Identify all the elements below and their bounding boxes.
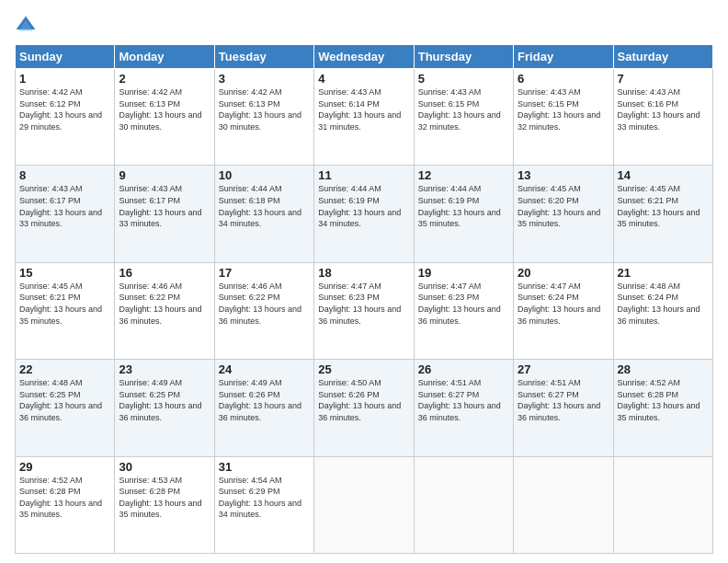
day-cell: 23Sunrise: 4:49 AMSunset: 6:25 PMDayligh… (115, 360, 214, 456)
day-info: Sunrise: 4:43 AMSunset: 6:15 PMDaylight:… (418, 86, 509, 132)
day-info: Sunrise: 4:49 AMSunset: 6:26 PMDaylight:… (219, 377, 310, 423)
day-number: 11 (318, 168, 409, 182)
col-header-sunday: Sunday (16, 45, 115, 69)
day-number: 18 (318, 266, 409, 280)
day-info: Sunrise: 4:50 AMSunset: 6:26 PMDaylight:… (318, 377, 409, 423)
header-row: SundayMondayTuesdayWednesdayThursdayFrid… (16, 45, 713, 69)
day-cell: 11Sunrise: 4:44 AMSunset: 6:19 PMDayligh… (314, 166, 414, 262)
day-cell: 2Sunrise: 4:42 AMSunset: 6:13 PMDaylight… (115, 69, 214, 166)
day-number: 25 (318, 362, 409, 376)
day-cell (414, 456, 513, 553)
header (15, 15, 713, 37)
day-number: 5 (418, 72, 509, 86)
day-cell (514, 456, 613, 553)
day-number: 26 (418, 362, 509, 376)
day-info: Sunrise: 4:43 AMSunset: 6:15 PMDaylight:… (518, 86, 609, 132)
day-number: 2 (119, 72, 210, 86)
week-row-5: 29Sunrise: 4:52 AMSunset: 6:28 PMDayligh… (16, 456, 713, 553)
day-info: Sunrise: 4:47 AMSunset: 6:24 PMDaylight:… (518, 281, 609, 327)
col-header-tuesday: Tuesday (214, 45, 313, 69)
day-number: 10 (219, 168, 310, 182)
day-number: 23 (119, 362, 210, 376)
day-info: Sunrise: 4:42 AMSunset: 6:13 PMDaylight:… (119, 86, 210, 132)
day-cell: 20Sunrise: 4:47 AMSunset: 6:24 PMDayligh… (514, 262, 613, 359)
day-cell: 14Sunrise: 4:45 AMSunset: 6:21 PMDayligh… (613, 166, 712, 262)
day-number: 9 (119, 168, 210, 182)
day-number: 12 (418, 168, 509, 182)
day-number: 21 (618, 266, 709, 280)
day-info: Sunrise: 4:46 AMSunset: 6:22 PMDaylight:… (219, 281, 310, 327)
day-info: Sunrise: 4:47 AMSunset: 6:23 PMDaylight:… (418, 281, 509, 327)
day-cell: 22Sunrise: 4:48 AMSunset: 6:25 PMDayligh… (16, 360, 115, 456)
day-cell: 31Sunrise: 4:54 AMSunset: 6:29 PMDayligh… (214, 456, 313, 553)
day-cell (314, 456, 414, 553)
day-number: 19 (418, 266, 509, 280)
day-info: Sunrise: 4:52 AMSunset: 6:28 PMDaylight:… (19, 475, 110, 521)
day-number: 14 (618, 168, 709, 182)
week-row-1: 1Sunrise: 4:42 AMSunset: 6:12 PMDaylight… (16, 69, 713, 166)
day-number: 15 (19, 266, 110, 280)
day-cell: 10Sunrise: 4:44 AMSunset: 6:18 PMDayligh… (214, 166, 313, 262)
day-number: 7 (618, 72, 709, 86)
day-info: Sunrise: 4:49 AMSunset: 6:25 PMDaylight:… (119, 377, 210, 423)
day-info: Sunrise: 4:42 AMSunset: 6:12 PMDaylight:… (19, 86, 110, 132)
day-number: 28 (618, 362, 709, 376)
day-cell: 30Sunrise: 4:53 AMSunset: 6:28 PMDayligh… (115, 456, 214, 553)
col-header-thursday: Thursday (414, 45, 513, 69)
day-info: Sunrise: 4:44 AMSunset: 6:19 PMDaylight:… (418, 183, 509, 229)
day-cell: 16Sunrise: 4:46 AMSunset: 6:22 PMDayligh… (115, 262, 214, 359)
week-row-3: 15Sunrise: 4:45 AMSunset: 6:21 PMDayligh… (16, 262, 713, 359)
day-number: 17 (219, 266, 310, 280)
day-info: Sunrise: 4:42 AMSunset: 6:13 PMDaylight:… (219, 86, 310, 132)
day-info: Sunrise: 4:53 AMSunset: 6:28 PMDaylight:… (119, 475, 210, 521)
col-header-wednesday: Wednesday (314, 45, 414, 69)
day-cell: 5Sunrise: 4:43 AMSunset: 6:15 PMDaylight… (414, 69, 513, 166)
day-cell: 26Sunrise: 4:51 AMSunset: 6:27 PMDayligh… (414, 360, 513, 456)
day-info: Sunrise: 4:43 AMSunset: 6:16 PMDaylight:… (618, 86, 709, 132)
day-cell: 17Sunrise: 4:46 AMSunset: 6:22 PMDayligh… (214, 262, 313, 359)
day-info: Sunrise: 4:43 AMSunset: 6:17 PMDaylight:… (19, 183, 110, 229)
day-number: 1 (19, 72, 110, 86)
week-row-2: 8Sunrise: 4:43 AMSunset: 6:17 PMDaylight… (16, 166, 713, 262)
day-number: 3 (219, 72, 310, 86)
logo (15, 15, 40, 37)
day-info: Sunrise: 4:54 AMSunset: 6:29 PMDaylight:… (219, 475, 310, 521)
day-info: Sunrise: 4:46 AMSunset: 6:22 PMDaylight:… (119, 281, 210, 327)
day-cell: 12Sunrise: 4:44 AMSunset: 6:19 PMDayligh… (414, 166, 513, 262)
col-header-monday: Monday (115, 45, 214, 69)
day-cell: 19Sunrise: 4:47 AMSunset: 6:23 PMDayligh… (414, 262, 513, 359)
day-info: Sunrise: 4:47 AMSunset: 6:23 PMDaylight:… (318, 281, 409, 327)
day-cell: 27Sunrise: 4:51 AMSunset: 6:27 PMDayligh… (514, 360, 613, 456)
day-cell: 28Sunrise: 4:52 AMSunset: 6:28 PMDayligh… (613, 360, 712, 456)
day-info: Sunrise: 4:43 AMSunset: 6:14 PMDaylight:… (318, 86, 409, 132)
day-cell: 29Sunrise: 4:52 AMSunset: 6:28 PMDayligh… (16, 456, 115, 553)
day-cell (613, 456, 712, 553)
day-info: Sunrise: 4:43 AMSunset: 6:17 PMDaylight:… (119, 183, 210, 229)
col-header-saturday: Saturday (613, 45, 712, 69)
week-row-4: 22Sunrise: 4:48 AMSunset: 6:25 PMDayligh… (16, 360, 713, 456)
day-cell: 1Sunrise: 4:42 AMSunset: 6:12 PMDaylight… (16, 69, 115, 166)
day-info: Sunrise: 4:48 AMSunset: 6:24 PMDaylight:… (618, 281, 709, 327)
day-info: Sunrise: 4:45 AMSunset: 6:21 PMDaylight:… (618, 183, 709, 229)
col-header-friday: Friday (514, 45, 613, 69)
day-cell: 6Sunrise: 4:43 AMSunset: 6:15 PMDaylight… (514, 69, 613, 166)
day-info: Sunrise: 4:51 AMSunset: 6:27 PMDaylight:… (518, 377, 609, 423)
day-number: 8 (19, 168, 110, 182)
day-cell: 18Sunrise: 4:47 AMSunset: 6:23 PMDayligh… (314, 262, 414, 359)
day-cell: 4Sunrise: 4:43 AMSunset: 6:14 PMDaylight… (314, 69, 414, 166)
day-cell: 25Sunrise: 4:50 AMSunset: 6:26 PMDayligh… (314, 360, 414, 456)
day-cell: 8Sunrise: 4:43 AMSunset: 6:17 PMDaylight… (16, 166, 115, 262)
day-cell: 24Sunrise: 4:49 AMSunset: 6:26 PMDayligh… (214, 360, 313, 456)
day-info: Sunrise: 4:48 AMSunset: 6:25 PMDaylight:… (19, 377, 110, 423)
day-number: 4 (318, 72, 409, 86)
day-info: Sunrise: 4:45 AMSunset: 6:20 PMDaylight:… (518, 183, 609, 229)
day-number: 31 (219, 460, 310, 474)
day-number: 30 (119, 460, 210, 474)
day-cell: 21Sunrise: 4:48 AMSunset: 6:24 PMDayligh… (613, 262, 712, 359)
day-cell: 13Sunrise: 4:45 AMSunset: 6:20 PMDayligh… (514, 166, 613, 262)
day-number: 16 (119, 266, 210, 280)
day-number: 20 (518, 266, 609, 280)
day-cell: 9Sunrise: 4:43 AMSunset: 6:17 PMDaylight… (115, 166, 214, 262)
day-number: 24 (219, 362, 310, 376)
day-info: Sunrise: 4:44 AMSunset: 6:19 PMDaylight:… (318, 183, 409, 229)
